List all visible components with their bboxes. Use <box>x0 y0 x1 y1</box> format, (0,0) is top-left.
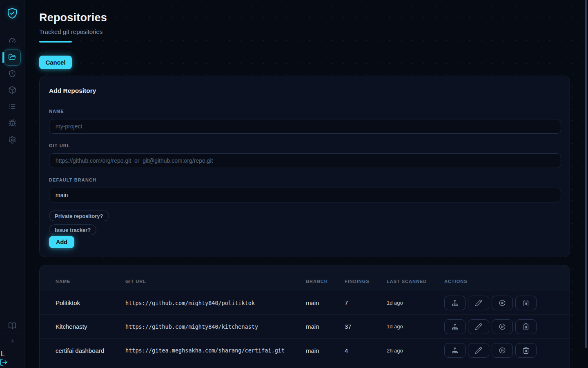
git-url-input[interactable] <box>49 153 561 168</box>
col-header-branch: BRANCH <box>306 279 345 284</box>
default-branch-input[interactable] <box>49 188 561 202</box>
delete-button[interactable] <box>515 296 537 310</box>
repo-actions <box>444 296 570 310</box>
sitemap-icon <box>451 347 459 354</box>
sidebar-item-alerts[interactable] <box>8 70 16 78</box>
sidebar-item-dashboard[interactable] <box>8 37 16 45</box>
folder-open-icon <box>8 53 16 61</box>
repo-git-url: https://github.com/mighty840/kitchenasty <box>125 323 306 330</box>
sidebar-item-repositories[interactable] <box>8 53 16 61</box>
repo-git-url: https://gitea.meghsakha.com/sharang/cert… <box>125 347 306 354</box>
add-repository-card: Add Repository NAME GIT URL DEFAULT BRAN… <box>39 76 570 257</box>
repo-findings: 7 <box>345 299 387 306</box>
app-logo[interactable] <box>7 7 18 19</box>
play-circle-icon <box>499 299 506 307</box>
run-scan-button[interactable] <box>492 296 513 310</box>
default-branch-label: DEFAULT BRANCH <box>49 177 96 182</box>
package-icon <box>8 86 16 94</box>
repo-findings: 4 <box>345 347 387 354</box>
sidebar-divider-bottom <box>0 334 24 334</box>
pencil-icon <box>475 299 482 307</box>
col-header-git-url: GIT URL <box>125 279 306 284</box>
name-input[interactable] <box>49 119 561 134</box>
play-circle-icon <box>499 347 506 354</box>
sidebar-item-logs[interactable] <box>8 102 16 110</box>
trash-icon <box>522 347 530 354</box>
sidebar-item-issues[interactable] <box>8 119 16 127</box>
table-row: certifai dashboard https://gitea.meghsak… <box>40 339 570 362</box>
issue-tracker-toggle[interactable]: Issue tracker? <box>49 224 96 235</box>
table-row: Kitchenasty https://github.com/mighty840… <box>40 315 570 339</box>
sidebar-item-docs[interactable] <box>8 322 16 330</box>
trash-icon <box>522 299 530 307</box>
sidebar-divider-top <box>0 28 24 28</box>
chevron-right-icon <box>10 338 16 344</box>
repo-branch: main <box>306 299 345 306</box>
edit-button[interactable] <box>468 343 489 358</box>
log-out-icon <box>0 358 8 366</box>
sidebar-collapse-toggle[interactable] <box>10 338 16 344</box>
sidebar-item-packages[interactable] <box>8 86 16 94</box>
shield-check-logo-icon <box>7 7 18 19</box>
repo-actions <box>444 343 570 358</box>
add-button[interactable]: Add <box>49 236 74 248</box>
sitemap-icon <box>451 323 459 330</box>
sitemap-button[interactable] <box>444 319 466 334</box>
pencil-icon <box>475 323 482 330</box>
repositories-table-card: NAME GIT URL BRANCH FINDINGS LAST SCANNE… <box>39 265 570 368</box>
sitemap-button[interactable] <box>444 296 466 310</box>
title-rule-accent <box>39 41 72 43</box>
bug-icon <box>8 119 16 127</box>
run-scan-button[interactable] <box>492 319 513 334</box>
delete-button[interactable] <box>515 319 537 334</box>
private-repository-toggle[interactable]: Private repository? <box>49 211 109 221</box>
repo-git-url: https://github.com/mighty840/politiktok <box>125 300 306 306</box>
repo-name: Kitchenasty <box>56 323 125 330</box>
table-header-row: NAME GIT URL BRANCH FINDINGS LAST SCANNE… <box>40 265 570 291</box>
repo-last-scanned: 1d ago <box>387 300 444 306</box>
form-divider <box>49 100 560 100</box>
active-nav-indicator <box>2 52 4 63</box>
col-header-last-scanned: LAST SCANNED <box>387 279 444 284</box>
page-subtitle: Tracked git repositories <box>39 28 102 35</box>
sidebar-item-settings[interactable] <box>8 136 16 144</box>
repo-branch: main <box>306 323 345 330</box>
main-content: Repositories Tracked git repositories Ca… <box>24 0 588 368</box>
edit-button[interactable] <box>468 296 489 310</box>
edit-button[interactable] <box>468 319 489 334</box>
gear-icon <box>8 136 16 144</box>
repo-name: Politiktok <box>56 299 125 306</box>
sitemap-button[interactable] <box>444 343 466 358</box>
form-title: Add Repository <box>49 87 96 94</box>
col-header-findings: FINDINGS <box>345 279 387 284</box>
col-header-actions: ACTIONS <box>444 279 570 284</box>
repo-name: certifai dashboard <box>56 347 125 354</box>
user-initial: L <box>1 350 4 358</box>
table-row: Politiktok https://github.com/mighty840/… <box>40 291 570 315</box>
repo-last-scanned: 2h ago <box>387 348 444 354</box>
repo-branch: main <box>306 347 345 354</box>
shield-alert-icon <box>8 70 16 78</box>
repo-findings: 37 <box>345 323 387 330</box>
delete-button[interactable] <box>515 343 537 358</box>
logout-button[interactable] <box>0 358 8 366</box>
git-url-label: GIT URL <box>49 143 70 148</box>
pencil-icon <box>475 347 482 354</box>
play-circle-icon <box>499 323 506 330</box>
repo-last-scanned: 1d ago <box>387 323 444 330</box>
title-rule <box>39 42 570 42</box>
name-label: NAME <box>49 109 64 114</box>
book-open-icon <box>8 322 16 330</box>
sitemap-icon <box>451 299 459 307</box>
vertical-scrollbar-thumb[interactable] <box>585 0 587 348</box>
trash-icon <box>522 323 530 330</box>
repo-actions <box>444 319 570 334</box>
list-icon <box>8 102 16 110</box>
run-scan-button[interactable] <box>492 343 513 358</box>
col-header-name: NAME <box>56 279 125 284</box>
page-title: Repositories <box>39 11 107 24</box>
cancel-button[interactable]: Cancel <box>39 56 72 69</box>
dashboard-gauge-icon <box>8 37 16 45</box>
sidebar: L <box>0 0 24 368</box>
